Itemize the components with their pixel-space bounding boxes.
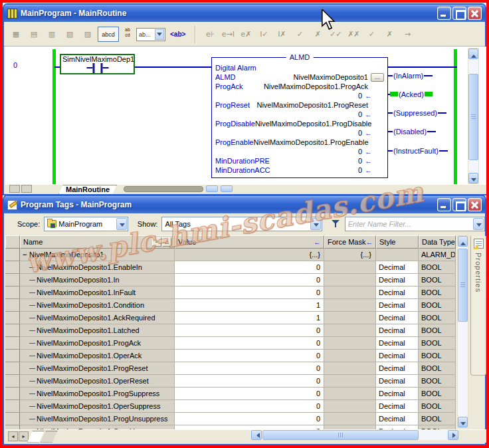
almd-param-value[interactable]: 0← xyxy=(358,157,384,165)
tag-name-cell[interactable]: − NivelMaximoDeposito1.ProgUnsuppress xyxy=(20,413,175,425)
row-selector[interactable] xyxy=(5,324,20,337)
output-status-coil[interactable]: (InAlarm) xyxy=(388,70,433,80)
style-cell[interactable]: Decimal xyxy=(376,274,419,286)
force-mask-cell[interactable]: {...} xyxy=(324,249,376,261)
tag-row[interactable]: − NivelMaximoDeposito1.OperSuppress 0 De… xyxy=(5,400,456,413)
browse-button[interactable]: ... xyxy=(371,73,384,82)
minimize-icon[interactable] xyxy=(437,7,451,20)
row-selector[interactable] xyxy=(5,362,20,375)
maximize-icon[interactable] xyxy=(452,198,466,211)
tag-name-cell[interactable]: − NivelMaximoDeposito1.OperReset xyxy=(20,375,175,388)
row-selector[interactable] xyxy=(5,261,20,274)
force-mask-cell[interactable] xyxy=(324,400,376,413)
scrollbar-thumb[interactable] xyxy=(262,430,419,440)
scrollbar-thumb[interactable] xyxy=(468,74,478,160)
tag-row[interactable]: − NivelMaximoDeposito1.ProgReset 0 Decim… xyxy=(5,362,456,375)
tag-value-cell[interactable]: 0 xyxy=(175,413,324,425)
toolbar-rung-edit-icon[interactable]: ✗✗ xyxy=(345,27,361,43)
collapse-toggle[interactable]: − xyxy=(23,251,29,259)
properties-side-tab[interactable]: Properties xyxy=(470,236,486,376)
data-type-cell[interactable]: BOOL xyxy=(419,375,456,388)
ladder-vertical-scrollbar[interactable] xyxy=(468,48,479,184)
tag-row[interactable]: − NivelMaximoDeposito1.InFault 0 Decimal… xyxy=(5,286,456,299)
force-mask-cell[interactable] xyxy=(324,375,376,388)
scope-combobox[interactable]: MainProgram xyxy=(44,217,128,231)
tag-value-cell[interactable]: 0 xyxy=(175,388,324,400)
almd-param-value[interactable]: 0← xyxy=(358,148,384,156)
toolbar-rung-edit-icon[interactable]: → xyxy=(399,27,415,43)
toolbar-rung-edit-icon[interactable]: I✓ xyxy=(256,27,272,43)
maximize-icon[interactable] xyxy=(452,7,466,20)
data-type-cell[interactable]: BOOL xyxy=(419,413,456,425)
tag-row[interactable]: − NivelMaximoDeposito1 {...} {...} ALARM… xyxy=(5,249,456,261)
style-cell[interactable]: Decimal xyxy=(376,312,419,324)
toggle-tag-names-button[interactable]: abcd xyxy=(98,27,119,42)
column-header-value[interactable]: Value ← xyxy=(175,235,324,249)
chevron-down-icon[interactable] xyxy=(473,218,484,230)
filter-funnel-icon[interactable] xyxy=(332,219,341,229)
almd-operand-value[interactable]: NivelMaximoDeposito1.ProgDisable xyxy=(255,120,387,128)
toolbar-edit-icon[interactable]: ▥ xyxy=(44,27,60,43)
scroll-up-icon[interactable] xyxy=(458,236,468,247)
almd-operand-value[interactable]: NivelMaximoDeposito1.ProgAck xyxy=(264,82,384,90)
scroll-down-icon[interactable] xyxy=(468,173,478,183)
tags-titlebar[interactable]: Program Tags - MainProgram xyxy=(4,196,485,213)
toolbar-rung-edit-icon[interactable]: ✓✓ xyxy=(328,27,343,43)
routine-horizontal-scrollbar[interactable] xyxy=(124,186,203,192)
scrollbar-thumb[interactable] xyxy=(458,249,468,322)
scroll-left-icon[interactable] xyxy=(206,185,218,192)
data-type-cell[interactable]: BOOL xyxy=(419,261,456,274)
row-selector[interactable] xyxy=(5,312,20,324)
tag-row[interactable]: − NivelMaximoDeposito1.ProgUnsuppress 0 … xyxy=(5,413,456,425)
toolbar-rung-edit-icon[interactable]: e✗ xyxy=(238,27,254,43)
almd-param-value[interactable]: 0← xyxy=(358,129,384,137)
tab-scroll-left-icon[interactable]: ◂ xyxy=(8,431,18,441)
almd-instruction-block[interactable]: ALMD Digital Alarm ALMD NivelMaximoDepos… xyxy=(211,57,388,178)
tag-name-cell[interactable]: − NivelMaximoDeposito1.OperAck xyxy=(20,350,175,362)
chevron-down-icon[interactable] xyxy=(116,218,127,230)
scroll-up-icon[interactable] xyxy=(468,49,478,59)
data-type-cell[interactable]: BOOL xyxy=(419,312,456,324)
row-selector[interactable] xyxy=(5,286,20,299)
toolbar-rung-edit-icon[interactable]: ✓ xyxy=(292,27,308,43)
force-mask-cell[interactable] xyxy=(324,299,376,312)
close-icon[interactable] xyxy=(468,7,482,20)
show-combobox[interactable]: All Tags xyxy=(161,217,322,231)
tag-value-cell[interactable]: 0 xyxy=(175,261,324,274)
tag-value-cell[interactable]: 1 xyxy=(175,299,324,312)
data-type-cell[interactable]: BOOL xyxy=(419,274,456,286)
toolbar-rung-edit-icon[interactable]: e⊦ xyxy=(202,27,218,43)
tag-value-cell[interactable]: 0 xyxy=(175,400,324,413)
force-mask-cell[interactable] xyxy=(324,413,376,425)
output-status-coil[interactable]: (InstructFault) xyxy=(388,146,448,156)
toolbar-edit-icon[interactable]: ▦ xyxy=(8,27,24,43)
force-mask-cell[interactable] xyxy=(324,324,376,337)
style-cell[interactable]: Decimal xyxy=(376,413,419,425)
column-header-style[interactable]: Style xyxy=(376,235,419,249)
sort-ascending-icon[interactable]: △ xyxy=(162,237,171,247)
toolbar-rung-edit-icon[interactable]: ✗ xyxy=(381,27,397,43)
toolbar-rung-edit-icon[interactable]: ✓ xyxy=(363,27,379,43)
chevron-down-icon[interactable] xyxy=(155,29,164,40)
data-type-cell[interactable]: BOOL xyxy=(419,299,456,312)
scroll-right-icon[interactable] xyxy=(448,430,458,440)
column-header-force-mask[interactable]: Force Mask ← xyxy=(324,235,376,249)
rung-number[interactable]: 0 xyxy=(13,61,17,69)
style-cell[interactable]: Decimal xyxy=(376,362,419,375)
column-header-name[interactable]: Name ≡ △ xyxy=(20,235,175,249)
almd-param-value[interactable]: 0← xyxy=(358,166,384,174)
tag-value-cell[interactable]: 0 xyxy=(175,324,324,337)
almd-param-value[interactable]: 0← xyxy=(358,92,384,100)
toolbar-edit-icon[interactable]: ▧ xyxy=(62,27,78,43)
chevron-down-icon[interactable] xyxy=(310,218,321,230)
toggle-description-button[interactable]: ab cd xyxy=(121,27,134,42)
style-cell[interactable] xyxy=(376,249,419,261)
tab-scroll-right-icon[interactable]: ▸ xyxy=(19,431,29,441)
tag-row[interactable]: − NivelMaximoDeposito1.AckRequired 1 Dec… xyxy=(5,312,456,324)
toolbar-edit-icon[interactable]: ▨ xyxy=(80,27,96,43)
data-type-cell[interactable]: BOOL xyxy=(419,337,456,350)
tag-value-cell[interactable]: 0 xyxy=(175,274,324,286)
table-vertical-scrollbar[interactable] xyxy=(457,235,468,428)
tag-value-cell[interactable]: 1 xyxy=(175,312,324,324)
tag-name-cell[interactable]: − NivelMaximoDeposito1.AckRequired xyxy=(20,312,175,324)
